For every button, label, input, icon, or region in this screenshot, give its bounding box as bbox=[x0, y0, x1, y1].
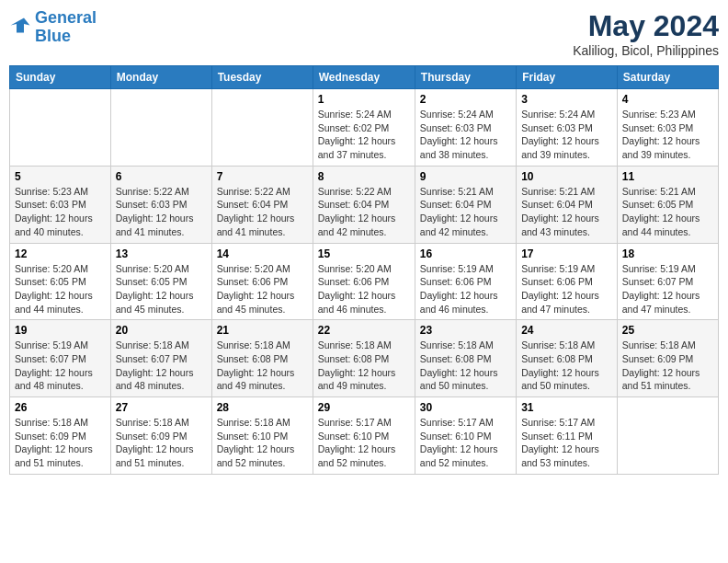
day-number: 26 bbox=[15, 401, 106, 414]
calendar-cell: 26Sunrise: 5:18 AM Sunset: 6:09 PM Dayli… bbox=[10, 397, 111, 475]
day-number: 21 bbox=[217, 324, 308, 337]
day-info: Sunrise: 5:18 AM Sunset: 6:08 PM Dayligh… bbox=[521, 339, 612, 393]
calendar-cell: 14Sunrise: 5:20 AM Sunset: 6:06 PM Dayli… bbox=[211, 243, 313, 320]
day-number: 23 bbox=[420, 324, 511, 337]
day-info: Sunrise: 5:23 AM Sunset: 6:03 PM Dayligh… bbox=[622, 108, 713, 162]
calendar-cell: 29Sunrise: 5:17 AM Sunset: 6:10 PM Dayli… bbox=[313, 397, 415, 475]
calendar-cell: 10Sunrise: 5:21 AM Sunset: 6:04 PM Dayli… bbox=[517, 166, 618, 243]
title-block: May 2024 Kaliliog, Bicol, Philippines bbox=[573, 9, 719, 58]
day-info: Sunrise: 5:21 AM Sunset: 6:04 PM Dayligh… bbox=[420, 185, 511, 239]
day-number: 8 bbox=[318, 170, 410, 183]
day-number: 30 bbox=[420, 401, 511, 414]
calendar-cell: 23Sunrise: 5:18 AM Sunset: 6:08 PM Dayli… bbox=[415, 320, 516, 397]
day-number: 7 bbox=[217, 170, 308, 183]
calendar-cell: 21Sunrise: 5:18 AM Sunset: 6:08 PM Dayli… bbox=[211, 320, 313, 397]
weekday-header-sunday: Sunday bbox=[10, 66, 111, 89]
calendar-cell: 30Sunrise: 5:17 AM Sunset: 6:10 PM Dayli… bbox=[415, 397, 516, 475]
logo-line2: Blue bbox=[35, 27, 71, 45]
month-title: May 2024 bbox=[573, 9, 719, 43]
svg-marker-0 bbox=[11, 17, 30, 32]
weekday-header-row: SundayMondayTuesdayWednesdayThursdayFrid… bbox=[10, 66, 719, 89]
calendar-cell: 7Sunrise: 5:22 AM Sunset: 6:04 PM Daylig… bbox=[211, 166, 313, 243]
day-number: 28 bbox=[217, 401, 308, 414]
day-number: 1 bbox=[318, 93, 410, 106]
day-number: 29 bbox=[318, 401, 410, 414]
calendar-cell: 4Sunrise: 5:23 AM Sunset: 6:03 PM Daylig… bbox=[617, 89, 718, 167]
calendar-cell: 12Sunrise: 5:20 AM Sunset: 6:05 PM Dayli… bbox=[10, 243, 111, 320]
day-number: 9 bbox=[420, 170, 511, 183]
page-header: General Blue May 2024 Kaliliog, Bicol, P… bbox=[9, 9, 719, 58]
day-number: 4 bbox=[622, 93, 713, 106]
day-info: Sunrise: 5:18 AM Sunset: 6:09 PM Dayligh… bbox=[116, 416, 207, 470]
day-info: Sunrise: 5:17 AM Sunset: 6:10 PM Dayligh… bbox=[420, 416, 511, 470]
calendar-cell bbox=[110, 89, 211, 167]
day-number: 18 bbox=[622, 247, 713, 260]
day-number: 20 bbox=[116, 324, 207, 337]
week-row-3: 12Sunrise: 5:20 AM Sunset: 6:05 PM Dayli… bbox=[10, 243, 719, 320]
day-info: Sunrise: 5:20 AM Sunset: 6:05 PM Dayligh… bbox=[116, 262, 207, 316]
day-number: 14 bbox=[217, 247, 308, 260]
weekday-header-monday: Monday bbox=[110, 66, 211, 89]
day-number: 11 bbox=[622, 170, 713, 183]
day-number: 10 bbox=[521, 170, 612, 183]
day-number: 31 bbox=[521, 401, 612, 414]
logo-line1: General bbox=[35, 8, 97, 27]
day-info: Sunrise: 5:22 AM Sunset: 6:04 PM Dayligh… bbox=[318, 185, 410, 239]
weekday-header-saturday: Saturday bbox=[617, 66, 718, 89]
day-info: Sunrise: 5:23 AM Sunset: 6:03 PM Dayligh… bbox=[15, 185, 106, 239]
day-info: Sunrise: 5:19 AM Sunset: 6:07 PM Dayligh… bbox=[622, 262, 713, 316]
day-info: Sunrise: 5:20 AM Sunset: 6:06 PM Dayligh… bbox=[217, 262, 308, 316]
day-info: Sunrise: 5:24 AM Sunset: 6:03 PM Dayligh… bbox=[420, 108, 511, 162]
day-number: 24 bbox=[521, 324, 612, 337]
day-number: 15 bbox=[318, 247, 410, 260]
calendar-cell: 17Sunrise: 5:19 AM Sunset: 6:06 PM Dayli… bbox=[517, 243, 618, 320]
day-number: 16 bbox=[420, 247, 511, 260]
weekday-header-wednesday: Wednesday bbox=[313, 66, 415, 89]
day-number: 5 bbox=[15, 170, 106, 183]
calendar-cell: 20Sunrise: 5:18 AM Sunset: 6:07 PM Dayli… bbox=[110, 320, 211, 397]
day-info: Sunrise: 5:18 AM Sunset: 6:07 PM Dayligh… bbox=[116, 339, 207, 393]
day-number: 12 bbox=[15, 247, 106, 260]
calendar-cell: 8Sunrise: 5:22 AM Sunset: 6:04 PM Daylig… bbox=[313, 166, 415, 243]
week-row-1: 1Sunrise: 5:24 AM Sunset: 6:02 PM Daylig… bbox=[10, 89, 719, 167]
calendar-cell: 13Sunrise: 5:20 AM Sunset: 6:05 PM Dayli… bbox=[110, 243, 211, 320]
logo-icon bbox=[9, 17, 31, 39]
calendar-cell: 3Sunrise: 5:24 AM Sunset: 6:03 PM Daylig… bbox=[517, 89, 618, 167]
calendar-cell: 28Sunrise: 5:18 AM Sunset: 6:10 PM Dayli… bbox=[211, 397, 313, 475]
day-info: Sunrise: 5:19 AM Sunset: 6:07 PM Dayligh… bbox=[15, 339, 106, 393]
calendar-cell bbox=[211, 89, 313, 167]
calendar-cell: 5Sunrise: 5:23 AM Sunset: 6:03 PM Daylig… bbox=[10, 166, 111, 243]
location: Kaliliog, Bicol, Philippines bbox=[573, 43, 719, 58]
calendar-cell: 22Sunrise: 5:18 AM Sunset: 6:08 PM Dayli… bbox=[313, 320, 415, 397]
calendar-table: SundayMondayTuesdayWednesdayThursdayFrid… bbox=[9, 65, 719, 475]
day-info: Sunrise: 5:18 AM Sunset: 6:08 PM Dayligh… bbox=[318, 339, 410, 393]
weekday-header-friday: Friday bbox=[517, 66, 618, 89]
calendar-cell: 16Sunrise: 5:19 AM Sunset: 6:06 PM Dayli… bbox=[415, 243, 516, 320]
calendar-cell: 18Sunrise: 5:19 AM Sunset: 6:07 PM Dayli… bbox=[617, 243, 718, 320]
weekday-header-tuesday: Tuesday bbox=[211, 66, 313, 89]
logo: General Blue bbox=[9, 9, 97, 46]
week-row-4: 19Sunrise: 5:19 AM Sunset: 6:07 PM Dayli… bbox=[10, 320, 719, 397]
day-info: Sunrise: 5:18 AM Sunset: 6:08 PM Dayligh… bbox=[217, 339, 308, 393]
calendar-cell: 6Sunrise: 5:22 AM Sunset: 6:03 PM Daylig… bbox=[110, 166, 211, 243]
day-info: Sunrise: 5:24 AM Sunset: 6:03 PM Dayligh… bbox=[521, 108, 612, 162]
day-info: Sunrise: 5:18 AM Sunset: 6:09 PM Dayligh… bbox=[622, 339, 713, 393]
weekday-header-thursday: Thursday bbox=[415, 66, 516, 89]
day-number: 6 bbox=[116, 170, 207, 183]
day-info: Sunrise: 5:21 AM Sunset: 6:05 PM Dayligh… bbox=[622, 185, 713, 239]
day-info: Sunrise: 5:17 AM Sunset: 6:10 PM Dayligh… bbox=[318, 416, 410, 470]
day-info: Sunrise: 5:19 AM Sunset: 6:06 PM Dayligh… bbox=[420, 262, 511, 316]
day-number: 25 bbox=[622, 324, 713, 337]
day-info: Sunrise: 5:17 AM Sunset: 6:11 PM Dayligh… bbox=[521, 416, 612, 470]
day-info: Sunrise: 5:19 AM Sunset: 6:06 PM Dayligh… bbox=[521, 262, 612, 316]
calendar-cell: 27Sunrise: 5:18 AM Sunset: 6:09 PM Dayli… bbox=[110, 397, 211, 475]
calendar-cell: 9Sunrise: 5:21 AM Sunset: 6:04 PM Daylig… bbox=[415, 166, 516, 243]
day-number: 27 bbox=[116, 401, 207, 414]
calendar-cell: 25Sunrise: 5:18 AM Sunset: 6:09 PM Dayli… bbox=[617, 320, 718, 397]
day-info: Sunrise: 5:20 AM Sunset: 6:05 PM Dayligh… bbox=[15, 262, 106, 316]
day-info: Sunrise: 5:24 AM Sunset: 6:02 PM Dayligh… bbox=[318, 108, 410, 162]
calendar-cell bbox=[617, 397, 718, 475]
day-info: Sunrise: 5:18 AM Sunset: 6:09 PM Dayligh… bbox=[15, 416, 106, 470]
day-number: 13 bbox=[116, 247, 207, 260]
logo-text: General Blue bbox=[35, 9, 97, 46]
